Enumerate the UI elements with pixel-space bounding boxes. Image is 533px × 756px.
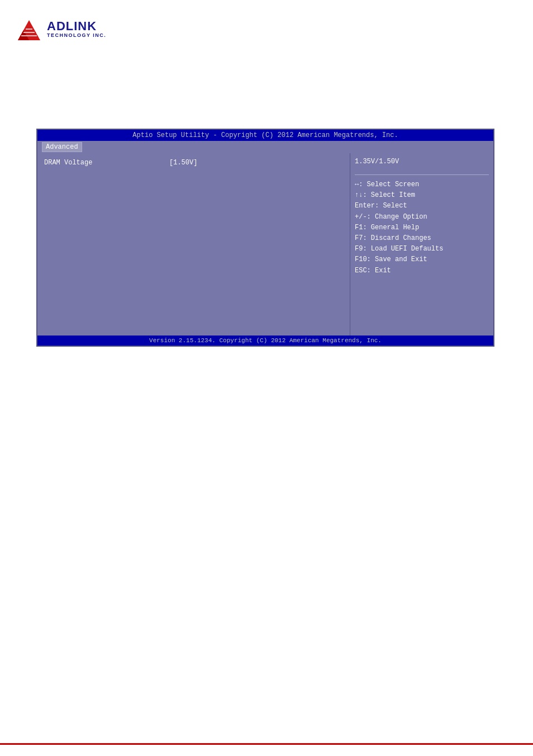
help-key-f9: F9: Load UEFI Defaults xyxy=(355,244,489,254)
bottom-decorative-line xyxy=(0,743,533,745)
bios-help-keys: ↔: Select Screen ↑↓: Select Item Enter: … xyxy=(355,179,489,276)
bios-main-content: DRAM Voltage [1.50V] 1.35V/1.50V ↔: Sele… xyxy=(37,153,493,339)
bios-panel-divider xyxy=(355,174,489,175)
bios-item-description: 1.35V/1.50V xyxy=(355,158,489,166)
help-key-change-option: +/-: Change Option xyxy=(355,212,489,223)
help-key-enter: Enter: Select xyxy=(355,201,489,211)
adlink-logo-icon xyxy=(16,16,42,42)
bios-topbar: Aptio Setup Utility - Copyright (C) 2012… xyxy=(37,130,493,141)
help-key-f10: F10: Save and Exit xyxy=(355,254,489,265)
logo-sub-label: TECHNOLOGY INC. xyxy=(47,33,106,39)
logo-area: ADLINK TECHNOLOGY INC. xyxy=(16,16,106,42)
logo-text: ADLINK TECHNOLOGY INC. xyxy=(47,20,106,39)
help-key-select-screen: ↔: Select Screen xyxy=(355,179,489,190)
bios-help-panel: 1.35V/1.50V ↔: Select Screen ↑↓: Select … xyxy=(350,153,493,339)
bios-advanced-tab[interactable]: Advanced xyxy=(42,142,82,152)
table-row[interactable]: DRAM Voltage [1.50V] xyxy=(42,158,345,168)
logo-adlink-label: ADLINK xyxy=(47,20,106,33)
bios-bottombar: Version 2.15.1234. Copyright (C) 2012 Am… xyxy=(37,336,493,346)
help-key-f7: F7: Discard Changes xyxy=(355,233,489,244)
setting-label-dram-voltage: DRAM Voltage xyxy=(44,159,167,167)
bios-screen: Aptio Setup Utility - Copyright (C) 2012… xyxy=(36,129,494,347)
bios-settings-panel: DRAM Voltage [1.50V] xyxy=(37,153,350,339)
help-key-select-item: ↑↓: Select Item xyxy=(355,190,489,201)
help-key-f1: F1: General Help xyxy=(355,223,489,233)
setting-value-dram-voltage: [1.50V] xyxy=(167,159,199,167)
bios-menubar: Advanced xyxy=(37,141,493,153)
help-key-esc: ESC: Exit xyxy=(355,266,489,276)
